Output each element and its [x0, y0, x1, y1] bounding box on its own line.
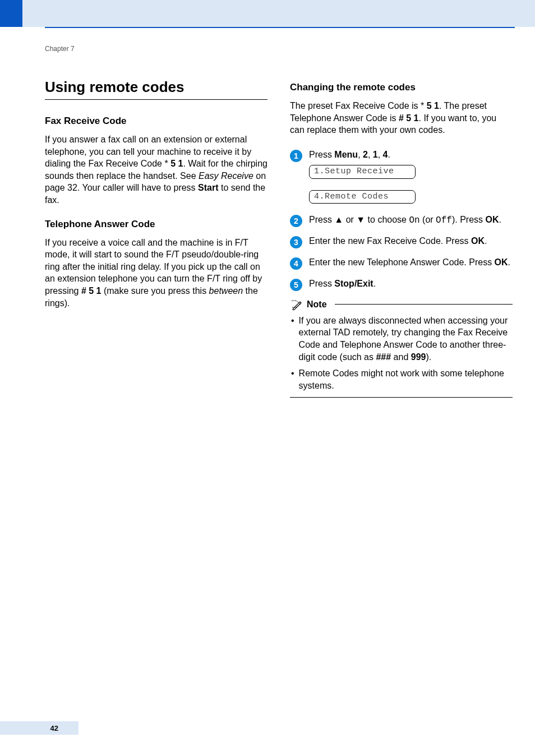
ok-key: OK: [495, 257, 508, 267]
lcd-display-2: 4.Remote Codes: [309, 190, 416, 204]
left-tab: [0, 0, 22, 27]
step-2: 2 Press ▲ or ▼ to choose On (or Off). Pr…: [290, 214, 513, 227]
step-5-body: Press Stop/Exit.: [309, 278, 376, 290]
step-3-body: Enter the new Fax Receive Code. Press OK…: [309, 235, 487, 247]
text: Enter the new Telephone Answer Code. Pre…: [309, 257, 495, 267]
easy-receive-ref: Easy Receive: [199, 171, 253, 181]
note-block: Note • If you are always disconnected wh…: [290, 299, 513, 398]
step-4-body: Enter the new Telephone Answer Code. Pre…: [309, 256, 510, 269]
text: .: [508, 257, 510, 267]
heading-changing-remote-codes: Changing the remote codes: [290, 82, 513, 93]
lcd-display-1: 1.Setup Receive: [309, 165, 416, 178]
text: .: [499, 215, 501, 224]
text: ,: [358, 150, 363, 159]
step-5: 5 Press Stop/Exit.: [290, 278, 513, 291]
page-number: 42: [50, 724, 58, 732]
example-code: 999: [411, 352, 426, 362]
text: Press: [309, 279, 334, 288]
text: ,: [378, 150, 383, 159]
note-title-rule: [335, 304, 513, 305]
text: Press: [309, 150, 334, 159]
between-italic: between: [209, 286, 243, 296]
note-bullet-1: • If you are always disconnected when ac…: [291, 315, 513, 363]
left-column: Using remote codes Fax Receive Code If y…: [45, 79, 268, 398]
step-1-body: Press Menu, 2, 1, 4. 1.Setup Receive 4.R…: [309, 149, 416, 206]
text: Remote Codes might not work with some te…: [299, 367, 513, 391]
step-number-4: 4: [290, 257, 302, 270]
top-rule: [45, 27, 515, 28]
page-number-bar: 42: [0, 721, 79, 735]
text: (make sure you press this: [102, 286, 209, 296]
option-on: On: [409, 215, 419, 225]
step-number-3: 3: [290, 236, 302, 248]
step-1: 1 Press Menu, 2, 1, 4. 1.Setup Receive 4…: [290, 149, 513, 206]
text: ). Press: [452, 215, 486, 224]
heading-telephone-answer-code: Telephone Answer Code: [45, 219, 268, 230]
tac-paragraph: If you receive a voice call and the mach…: [45, 237, 268, 310]
step-3: 3 Enter the new Fax Receive Code. Press …: [290, 235, 513, 248]
text: .: [388, 150, 390, 159]
note-pencil-icon: [290, 299, 302, 310]
change-intro: The preset Fax Receive Code is * 5 1. Th…: [290, 100, 513, 136]
heading-using-remote-codes: Using remote codes: [45, 79, 268, 96]
chapter-label: Chapter 7: [45, 45, 75, 53]
option-off: Off: [436, 215, 452, 225]
step-4: 4 Enter the new Telephone Answer Code. P…: [290, 256, 513, 270]
fax-paragraph: If you answer a fax call on an extension…: [45, 133, 268, 206]
note-end-rule: [290, 397, 513, 398]
text: to choose: [365, 215, 409, 224]
text: or: [343, 215, 356, 224]
stop-exit-key: Stop/Exit: [334, 279, 373, 288]
key: 2: [363, 150, 368, 159]
text: ).: [426, 352, 431, 362]
text: .: [373, 279, 376, 288]
text: (or: [420, 215, 436, 224]
note-title: Note: [307, 299, 327, 310]
step-2-body: Press ▲ or ▼ to choose On (or Off). Pres…: [309, 214, 501, 227]
heading-fax-receive-code: Fax Receive Code: [45, 116, 268, 127]
ok-key: OK: [471, 236, 485, 246]
step-number-5: 5: [290, 279, 302, 291]
text: .: [485, 236, 487, 246]
example-code: ###: [376, 352, 391, 362]
down-arrow-icon: ▼: [356, 215, 365, 224]
note-body: • If you are always disconnected when ac…: [290, 315, 513, 392]
key: 4: [383, 150, 388, 159]
step-number-2: 2: [290, 215, 302, 227]
note-bullet-2: • Remote Codes might not work with some …: [291, 367, 513, 391]
bullet-dot: •: [291, 315, 294, 363]
step-number-1: 1: [290, 150, 302, 162]
code: 5 1: [168, 159, 183, 168]
up-arrow-icon: ▲: [334, 215, 343, 224]
text: and: [391, 352, 411, 362]
text: Press: [309, 215, 334, 224]
note-header: Note: [290, 299, 513, 310]
bullet-dot: •: [291, 367, 294, 391]
text: Enter the new Fax Receive Code. Press: [309, 236, 471, 246]
code: # 5 1: [81, 286, 102, 296]
page: Chapter 7 Using remote codes Fax Receive…: [0, 0, 535, 756]
top-band: [0, 0, 535, 27]
code: # 5 1: [399, 113, 419, 123]
code: 5 1: [424, 101, 439, 110]
content: Using remote codes Fax Receive Code If y…: [45, 79, 513, 398]
menu-key: Menu: [334, 150, 358, 159]
key: 1: [373, 150, 378, 159]
text: ,: [368, 150, 373, 159]
heading-rule: [45, 99, 268, 100]
start-key: Start: [198, 183, 218, 192]
right-column: Changing the remote codes The preset Fax…: [290, 79, 513, 398]
ok-key: OK: [485, 215, 499, 224]
text: The preset Fax Receive Code is: [290, 101, 421, 110]
